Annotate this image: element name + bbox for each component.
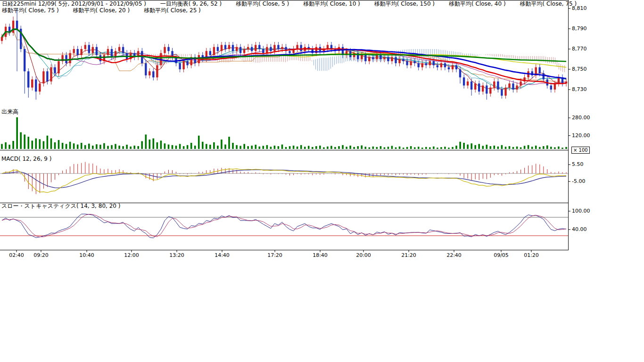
- legend-ma-75-b: 移動平均( Close, 75 ): [2, 7, 59, 14]
- chart-header-line2: 移動平均( Close, 75 )移動平均( Close, 20 )移動平均( …: [2, 7, 591, 14]
- legend-ma-20: 移動平均( Close, 20 ): [73, 7, 130, 14]
- stoch-k-line: [2, 214, 566, 238]
- legend-ma-10: 移動平均( Close, 10 ): [303, 0, 360, 7]
- legend-ma-150: 移動平均( Close, 150 ): [374, 0, 435, 7]
- volume-panel-label: 出来高: [1, 109, 18, 115]
- ichimoku-cloud: [2, 30, 566, 72]
- stoch-d-line: [2, 214, 566, 237]
- chart-header: 日経225mini 12/09( 5分, 2012/09/01 - 2012/0…: [2, 0, 591, 14]
- axis-ticks: [17, 8, 570, 252]
- legend-ma-40: 移動平均( Close, 40 ): [449, 0, 506, 7]
- legend-ma-75: 移動平均( Close, 75 ): [520, 0, 577, 7]
- macd-panel-label: MACD( 12, 26, 9 ): [1, 156, 51, 162]
- chart-header-line1: 日経225mini 12/09( 5分, 2012/09/01 - 2012/0…: [2, 0, 591, 7]
- legend-ma-25: 移動平均( Close, 25 ): [144, 7, 201, 14]
- legend-ma-5: 移動平均( Close, 5 ): [236, 0, 289, 7]
- chart-canvas[interactable]: [0, 0, 644, 362]
- stochastics-panel-label: スロー・ストキャスティクス( 14, 3, 80, 20 ): [1, 203, 120, 209]
- legend-ichimoku: 一目均衡表( 9, 26, 52 ): [160, 0, 222, 7]
- ma-40-line: [2, 29, 566, 79]
- volume-bars: [1, 117, 567, 149]
- volume-multiplier-badge: × 100: [571, 147, 590, 154]
- panel-borders: [0, 0, 569, 250]
- chart-title: 日経225mini 12/09( 5分, 2012/09/01 - 2012/0…: [2, 0, 146, 7]
- macd-histogram: [2, 162, 566, 194]
- chart-application-window: 日経225mini 12/09( 5分, 2012/09/01 - 2012/0…: [0, 0, 644, 362]
